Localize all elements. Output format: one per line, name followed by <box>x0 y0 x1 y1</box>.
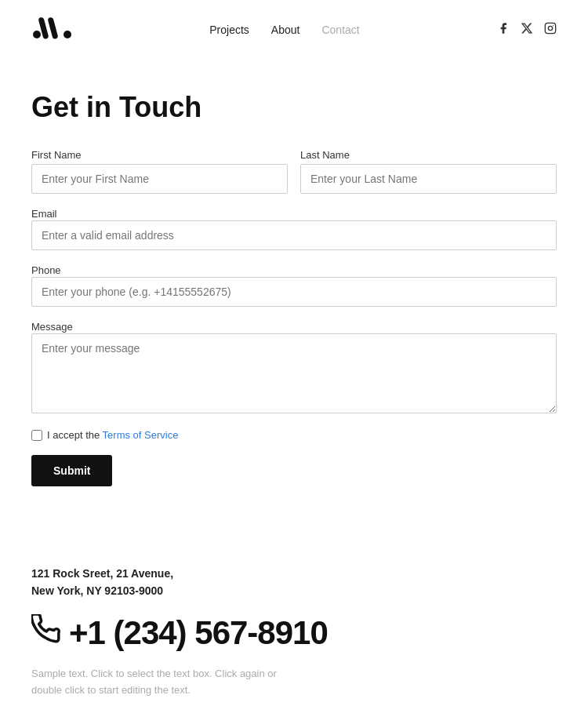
nav-contact[interactable]: Contact <box>321 24 359 36</box>
last-name-input[interactable] <box>300 164 557 194</box>
header-social <box>497 22 557 38</box>
contact-form: First Name Last Name Email Phone Message <box>31 149 557 486</box>
svg-point-3 <box>64 31 71 38</box>
tos-row: I accept the Terms of Service <box>31 429 557 441</box>
email-group: Email <box>31 206 557 250</box>
main-content: Get in Touch First Name Last Name Email … <box>0 60 588 533</box>
tos-checkbox[interactable] <box>31 430 42 441</box>
site-header: Projects About Contact <box>0 0 588 60</box>
phone-input[interactable] <box>31 277 557 307</box>
submit-button[interactable]: Submit <box>31 455 112 486</box>
svg-point-5 <box>548 26 552 30</box>
logo <box>31 14 72 45</box>
last-name-label: Last Name <box>300 149 557 161</box>
phone-number: +1 (234) 567-8910 <box>69 614 328 652</box>
instagram-icon[interactable] <box>544 22 557 38</box>
phone-row: +1 (234) 567-8910 <box>31 614 557 652</box>
address-line1: 121 Rock Sreet, 21 Avenue, <box>31 565 557 582</box>
message-group: Message <box>31 319 557 417</box>
nav-about[interactable]: About <box>271 24 300 36</box>
phone-label: Phone <box>31 264 61 276</box>
first-name-group: First Name <box>31 149 288 194</box>
name-row: First Name Last Name <box>31 149 557 194</box>
last-name-group: Last Name <box>300 149 557 194</box>
page-title: Get in Touch <box>31 91 557 124</box>
address: 121 Rock Sreet, 21 Avenue, New York, NY … <box>31 565 557 600</box>
sample-text: Sample text. Click to select the text bo… <box>31 666 298 699</box>
svg-rect-2 <box>47 16 58 39</box>
svg-point-6 <box>553 25 554 26</box>
phone-group: Phone <box>31 263 557 307</box>
tos-link[interactable]: Terms of Service <box>103 429 179 441</box>
email-input[interactable] <box>31 220 557 250</box>
address-line2: New York, NY 92103-9000 <box>31 582 557 599</box>
svg-point-0 <box>33 31 41 38</box>
first-name-label: First Name <box>31 149 288 161</box>
x-twitter-icon[interactable] <box>521 22 533 38</box>
nav-projects[interactable]: Projects <box>209 24 249 36</box>
email-label: Email <box>31 208 57 220</box>
contact-info-section: 121 Rock Sreet, 21 Avenue, New York, NY … <box>0 533 588 706</box>
main-nav: Projects About Contact <box>209 24 359 36</box>
tos-label: I accept the Terms of Service <box>47 429 178 441</box>
message-input[interactable] <box>31 333 557 413</box>
svg-rect-4 <box>545 23 555 33</box>
facebook-icon[interactable] <box>497 22 510 38</box>
phone-icon <box>31 614 61 651</box>
message-label: Message <box>31 321 73 333</box>
first-name-input[interactable] <box>31 164 288 194</box>
